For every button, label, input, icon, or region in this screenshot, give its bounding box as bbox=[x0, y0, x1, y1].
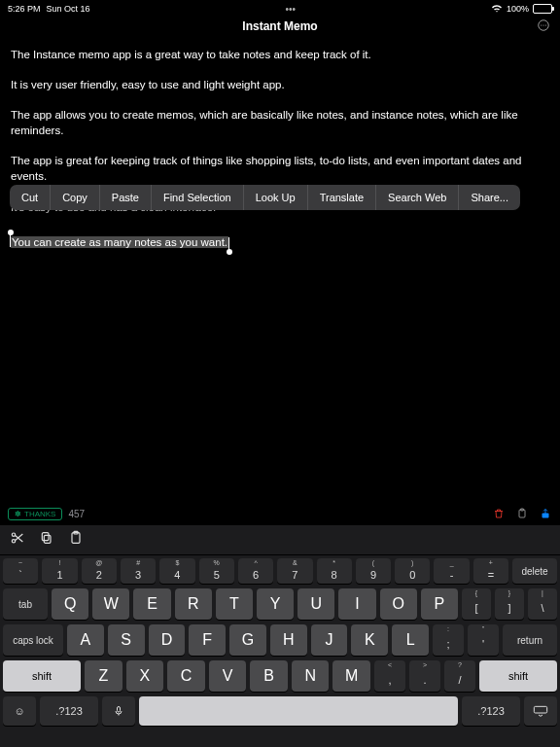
key-T[interactable]: T bbox=[216, 588, 253, 620]
key-F[interactable]: F bbox=[189, 624, 226, 656]
key-V[interactable]: V bbox=[209, 660, 247, 692]
svg-point-1 bbox=[541, 24, 542, 25]
return-key[interactable]: return bbox=[503, 624, 557, 656]
key-punc[interactable]: ?/ bbox=[444, 660, 475, 692]
key-H[interactable]: H bbox=[270, 624, 307, 656]
key-M[interactable]: M bbox=[332, 660, 370, 692]
battery-icon bbox=[533, 4, 552, 14]
memo-line: The Instance memo app is a great way to … bbox=[11, 47, 549, 62]
shift-key-left[interactable]: shift bbox=[3, 660, 81, 692]
key-Y[interactable]: Y bbox=[257, 588, 294, 620]
key-O[interactable]: O bbox=[380, 588, 417, 620]
key-punc[interactable]: >. bbox=[409, 660, 440, 692]
key-2[interactable]: @2 bbox=[82, 558, 117, 584]
paste-button[interactable]: Paste bbox=[100, 185, 152, 210]
mic-key[interactable] bbox=[102, 696, 135, 726]
trash-icon[interactable] bbox=[492, 506, 506, 521]
share-icon[interactable] bbox=[539, 506, 552, 521]
onscreen-keyboard: ~`!1@2#3$4%5^6&7*8(9)0_-+=delete tabQWER… bbox=[0, 525, 560, 747]
page-title: Instant Memo bbox=[242, 19, 317, 33]
svg-rect-10 bbox=[42, 533, 49, 541]
key-Z[interactable]: Z bbox=[85, 660, 122, 692]
emoji-key[interactable]: ☺ bbox=[3, 696, 36, 726]
svg-rect-13 bbox=[118, 707, 121, 713]
copy-button[interactable]: Copy bbox=[51, 185, 100, 210]
clipboard-icon[interactable] bbox=[515, 506, 529, 521]
numeric-key-right[interactable]: .?123 bbox=[462, 696, 520, 726]
key-E[interactable]: E bbox=[133, 588, 170, 620]
key-punc[interactable]: "' bbox=[468, 624, 499, 656]
memo-line: The app allows you to create memos, whic… bbox=[11, 107, 549, 138]
key-C[interactable]: C bbox=[167, 660, 205, 692]
key-6[interactable]: ^6 bbox=[238, 558, 273, 584]
tab-key[interactable]: tab bbox=[3, 588, 48, 620]
key-W[interactable]: W bbox=[92, 588, 129, 620]
keyboard-row-3: caps lockASDFGHJKL:;"'return bbox=[3, 624, 557, 656]
key-Q[interactable]: Q bbox=[52, 588, 88, 620]
status-time: 5:26 PM bbox=[8, 4, 41, 14]
key-[[interactable]: {[ bbox=[462, 588, 491, 620]
copy-icon[interactable] bbox=[39, 530, 54, 550]
key-I[interactable]: I bbox=[338, 588, 375, 620]
find-selection-button[interactable]: Find Selection bbox=[152, 185, 244, 210]
nav-header: Instant Memo bbox=[0, 16, 560, 37]
key-D[interactable]: D bbox=[149, 624, 186, 656]
char-count: 457 bbox=[68, 509, 85, 519]
key-N[interactable]: N bbox=[292, 660, 330, 692]
space-key[interactable] bbox=[139, 696, 458, 726]
key-8[interactable]: *8 bbox=[317, 558, 352, 584]
key-4[interactable]: $4 bbox=[159, 558, 194, 584]
thanks-icon: ✽ bbox=[15, 510, 21, 518]
key-1[interactable]: !1 bbox=[42, 558, 77, 584]
caps-key[interactable]: caps lock bbox=[3, 624, 63, 656]
scissors-icon[interactable] bbox=[10, 530, 25, 550]
key-\[interactable]: |\ bbox=[528, 588, 557, 620]
key-7[interactable]: &7 bbox=[277, 558, 312, 584]
key-S[interactable]: S bbox=[108, 624, 145, 656]
hide-keyboard-key[interactable] bbox=[524, 696, 557, 726]
keyboard-row-1: ~`!1@2#3$4%5^6&7*8(9)0_-+=delete bbox=[3, 558, 557, 584]
key-=[interactable]: += bbox=[473, 558, 508, 584]
key-9[interactable]: (9 bbox=[356, 558, 391, 584]
thanks-badge[interactable]: ✽ THANKS bbox=[8, 508, 62, 520]
key-B[interactable]: B bbox=[250, 660, 288, 692]
key-3[interactable]: #3 bbox=[121, 558, 156, 584]
text-context-menu: Cut Copy Paste Find Selection Look Up Tr… bbox=[10, 185, 520, 210]
share-button[interactable]: Share... bbox=[459, 185, 520, 210]
key-5[interactable]: %5 bbox=[199, 558, 234, 584]
key-U[interactable]: U bbox=[298, 588, 334, 620]
more-icon[interactable] bbox=[537, 18, 550, 35]
key-R[interactable]: R bbox=[175, 588, 212, 620]
key-`[interactable]: ~` bbox=[3, 558, 38, 584]
paste-icon[interactable] bbox=[68, 530, 84, 550]
selected-text[interactable]: You can create as many notes as you want… bbox=[11, 236, 228, 248]
shift-key-right[interactable]: shift bbox=[479, 660, 557, 692]
key--[interactable]: _- bbox=[434, 558, 469, 584]
search-web-button[interactable]: Search Web bbox=[376, 185, 459, 210]
key-K[interactable]: K bbox=[351, 624, 388, 656]
translate-button[interactable]: Translate bbox=[308, 185, 376, 210]
cut-button[interactable]: Cut bbox=[10, 185, 51, 210]
key-J[interactable]: J bbox=[311, 624, 348, 656]
numeric-key-left[interactable]: .?123 bbox=[40, 696, 98, 726]
key-G[interactable]: G bbox=[229, 624, 266, 656]
key-0[interactable]: )0 bbox=[395, 558, 430, 584]
selection-handle-end[interactable] bbox=[227, 249, 232, 255]
key-punc[interactable]: <, bbox=[374, 660, 405, 692]
key-P[interactable]: P bbox=[421, 588, 458, 620]
keyboard-row-5: ☺ .?123 .?123 bbox=[3, 696, 557, 726]
memo-body[interactable]: The Instance memo app is a great way to … bbox=[0, 37, 560, 250]
key-A[interactable]: A bbox=[67, 624, 104, 656]
lookup-button[interactable]: Look Up bbox=[244, 185, 308, 210]
key-L[interactable]: L bbox=[392, 624, 429, 656]
battery-percent: 100% bbox=[507, 4, 529, 14]
key-X[interactable]: X bbox=[126, 660, 164, 692]
selection-handle-start[interactable] bbox=[8, 230, 14, 235]
key-][interactable]: }] bbox=[495, 588, 524, 620]
status-bar: 5:26 PM Sun Oct 16 ••• 100% bbox=[0, 0, 560, 16]
memo-line: The app is great for keeping track of th… bbox=[11, 153, 549, 184]
svg-rect-6 bbox=[542, 514, 549, 518]
delete-key[interactable]: delete bbox=[512, 558, 557, 584]
keyboard-toolbar bbox=[0, 525, 560, 555]
key-punc[interactable]: :; bbox=[433, 624, 464, 656]
